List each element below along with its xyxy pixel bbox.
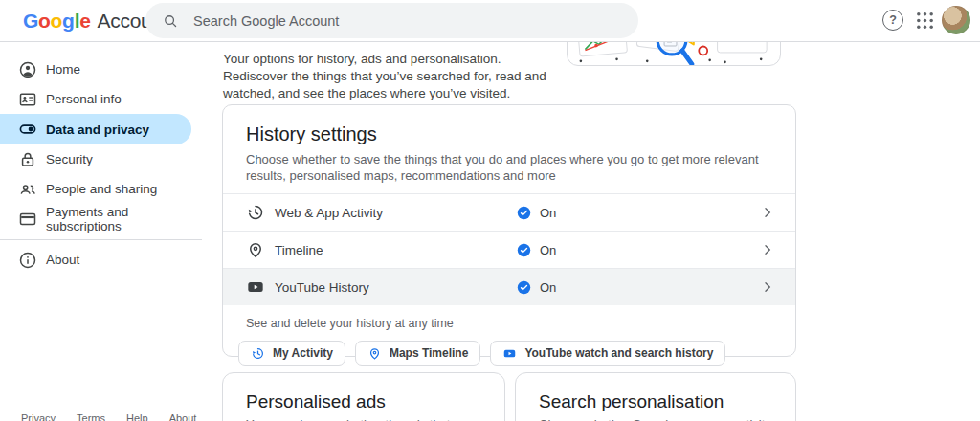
- chevron-right-icon: [759, 278, 776, 296]
- history-settings-card: History settings Choose whether to save …: [222, 104, 796, 357]
- sidebar-item-label: Personal info: [46, 92, 122, 106]
- row-status: On: [516, 242, 556, 258]
- footer-links: Privacy Terms Help About: [21, 412, 196, 421]
- history-footnote: See and delete your history at any time: [246, 317, 772, 330]
- history-illustration: [567, 41, 783, 66]
- sidebar-divider: [0, 239, 202, 240]
- card-title: Personalised ads: [246, 391, 481, 412]
- card-description: Choose whether to save the things that y…: [246, 151, 772, 184]
- button-label: My Activity: [273, 346, 333, 360]
- toggle-icon: [18, 120, 37, 139]
- card-teaser: Choose whether Search uses your activity…: [539, 417, 772, 421]
- help-glyph: ?: [889, 13, 897, 27]
- row-web-app-activity[interactable]: Web & App Activity On: [223, 193, 795, 231]
- app-header: Google Account ?: [0, 0, 980, 42]
- chevron-right-icon: [759, 204, 776, 221]
- logo-letter: o: [51, 10, 63, 33]
- check-circle-icon: [516, 205, 532, 221]
- id-card-icon: [18, 90, 37, 109]
- youtube-icon: [246, 277, 265, 297]
- sidebar-item-payments[interactable]: Payments and subscriptions: [0, 204, 202, 233]
- row-youtube-history[interactable]: YouTube History On: [223, 268, 795, 305]
- location-pin-icon: [368, 346, 382, 361]
- sidebar-item-label: People and sharing: [46, 182, 157, 196]
- account-circle-icon: [18, 60, 37, 79]
- youtube-icon: [502, 346, 517, 361]
- history-rows: Web & App Activity On Timeline On: [223, 193, 795, 305]
- footer-link-terms[interactable]: Terms: [77, 412, 105, 421]
- sidebar-item-data-and-privacy[interactable]: Data and privacy: [0, 114, 191, 144]
- status-text: On: [540, 243, 556, 257]
- maps-timeline-button[interactable]: Maps Timeline: [355, 341, 480, 366]
- help-icon[interactable]: ?: [882, 10, 903, 31]
- card-title: History settings: [246, 123, 772, 145]
- history-clock-icon: [251, 346, 265, 361]
- button-label: YouTube watch and search history: [524, 346, 713, 360]
- card-teaser: You can choose whether the ads that you …: [246, 417, 481, 421]
- sidebar-item-label: Home: [46, 62, 80, 77]
- credit-card-icon: [18, 210, 37, 229]
- button-label: Maps Timeline: [390, 346, 468, 360]
- row-status: On: [516, 279, 556, 296]
- footer-link-about[interactable]: About: [169, 412, 197, 421]
- sidebar-item-label: Data and privacy: [46, 122, 149, 137]
- logo-letter: g: [62, 10, 75, 33]
- sidebar-nav: Home Personal info Data and privacy Secu…: [0, 41, 202, 275]
- history-quick-links: My Activity Maps Timeline YouTube watch …: [238, 341, 780, 366]
- card-title: Search personalisation: [539, 391, 772, 412]
- check-circle-icon: [516, 242, 532, 258]
- google-apps-grid-icon[interactable]: [915, 11, 935, 31]
- sidebar-item-label: Security: [46, 152, 93, 166]
- status-text: On: [540, 280, 556, 295]
- account-search-bar[interactable]: [145, 3, 638, 38]
- row-label: Timeline: [275, 243, 516, 257]
- sidebar-item-label: Payments and subscriptions: [46, 205, 202, 233]
- sidebar-item-personal-info[interactable]: Personal info: [0, 84, 202, 114]
- sidebar-item-label: About: [46, 253, 79, 267]
- my-activity-button[interactable]: My Activity: [238, 341, 345, 366]
- logo-letter: o: [38, 10, 51, 33]
- row-status: On: [516, 205, 556, 221]
- row-label: YouTube History: [275, 280, 516, 295]
- personalised-ads-card[interactable]: Personalised ads You can choose whether …: [222, 372, 505, 421]
- sidebar-item-home[interactable]: Home: [0, 55, 202, 84]
- youtube-history-button[interactable]: YouTube watch and search history: [490, 341, 725, 366]
- row-timeline[interactable]: Timeline On: [223, 231, 795, 268]
- footer-link-help[interactable]: Help: [126, 412, 148, 421]
- info-icon: [18, 251, 37, 270]
- user-avatar[interactable]: [942, 6, 970, 34]
- sidebar-item-people-and-sharing[interactable]: People and sharing: [0, 174, 202, 204]
- sidebar-item-about[interactable]: About: [0, 245, 202, 275]
- logo-letter: G: [23, 10, 38, 33]
- chevron-right-icon: [759, 241, 776, 258]
- row-label: Web & App Activity: [275, 206, 516, 220]
- footer-link-privacy[interactable]: Privacy: [21, 412, 56, 421]
- history-clock-icon: [246, 203, 265, 222]
- check-circle-icon: [516, 279, 532, 296]
- page-intro-text: Your options for history, ads and person…: [223, 51, 550, 102]
- status-text: On: [540, 206, 556, 220]
- search-input[interactable]: [191, 12, 597, 30]
- logo-letter: e: [79, 10, 90, 33]
- search-icon: [162, 12, 179, 30]
- search-personalisation-card[interactable]: Search personalisation Choose whether Se…: [515, 372, 796, 421]
- people-icon: [18, 180, 37, 199]
- sidebar-item-security[interactable]: Security: [0, 144, 202, 174]
- lock-icon: [18, 150, 37, 169]
- location-pin-icon: [246, 240, 265, 259]
